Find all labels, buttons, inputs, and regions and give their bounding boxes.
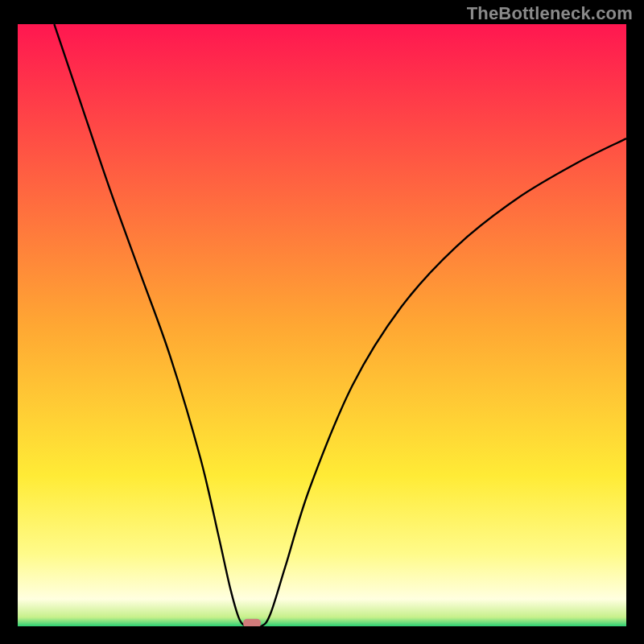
- chart-background: [18, 24, 626, 626]
- watermark-text: TheBottleneck.com: [467, 3, 633, 24]
- bottleneck-chart: [18, 24, 626, 626]
- optimal-point-marker: [243, 619, 261, 626]
